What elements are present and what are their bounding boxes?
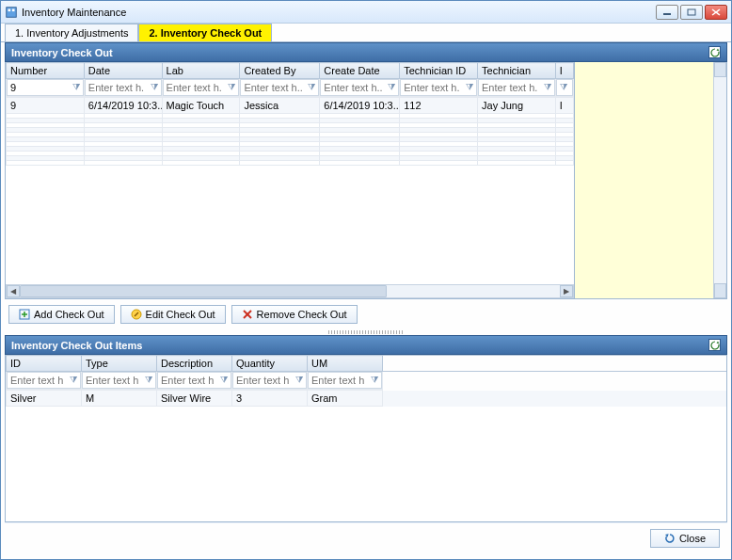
- side-preview-panel: [574, 62, 726, 298]
- svg-rect-4: [688, 9, 695, 15]
- checkout-grid-header: Number Date Lab Created By Create Date T…: [6, 62, 574, 97]
- filter-techid-input[interactable]: [401, 82, 463, 93]
- edit-checkout-label: Edit Check Out: [146, 309, 215, 320]
- items-filter-row: ⧩ ⧩ ⧩ ⧩ ⧩: [7, 372, 727, 390]
- checkout-hscroll[interactable]: ◀ ▶: [6, 284, 574, 298]
- items-row[interactable]: Silver M Silver Wire 3 Gram: [7, 391, 727, 407]
- side-vscroll[interactable]: [713, 62, 726, 298]
- content: Inventory Check Out Number Date Lab Crea…: [1, 42, 731, 559]
- cell-created-by: Jessica: [240, 98, 320, 114]
- filter-number-input[interactable]: [8, 82, 70, 93]
- checkout-button-row: Add Check Out Edit Check Out Remove Chec…: [5, 299, 727, 329]
- cell-type: M: [82, 391, 157, 407]
- filter-um-input[interactable]: [309, 375, 368, 386]
- col-description[interactable]: Description: [157, 356, 232, 372]
- window: Inventory Maintenance 1. Inventory Adjus…: [0, 0, 732, 560]
- items-group-title: Inventory Check Out Items: [11, 340, 142, 351]
- filter-createdby-input[interactable]: [241, 82, 305, 93]
- col-um[interactable]: UM: [308, 356, 383, 372]
- edit-checkout-button[interactable]: Edit Check Out: [120, 305, 226, 324]
- checkout-grid-body: 9 6/14/2019 10:3... Magic Touch Jessica …: [6, 97, 574, 284]
- filter-lab-input[interactable]: [164, 82, 226, 93]
- col-create-date[interactable]: Create Date: [320, 63, 400, 79]
- scroll-thumb[interactable]: [20, 285, 387, 297]
- checkout-upper-pane: Number Date Lab Created By Create Date T…: [5, 62, 727, 299]
- plus-icon: [19, 309, 30, 320]
- add-checkout-button[interactable]: Add Check Out: [8, 305, 115, 324]
- tabs: 1. Inventory Adjustments 2. Inventory Ch…: [1, 24, 731, 42]
- filter-icon[interactable]: ⧩: [557, 82, 570, 93]
- close-button[interactable]: Close: [650, 529, 720, 548]
- tab-inventory-check-out[interactable]: 2. Inventory Check Out: [138, 24, 272, 41]
- col-type[interactable]: Type: [82, 356, 157, 372]
- cell-quantity: 3: [232, 391, 308, 407]
- cell-number: 9: [7, 98, 85, 114]
- refresh-icon[interactable]: [708, 339, 721, 351]
- filter-type-input[interactable]: [83, 375, 142, 386]
- col-quantity[interactable]: Quantity: [232, 356, 308, 372]
- scroll-right-arrow[interactable]: ▶: [560, 285, 573, 297]
- filter-icon[interactable]: ⧩: [142, 375, 155, 386]
- edit-icon: [131, 309, 142, 320]
- maximize-button[interactable]: [680, 5, 703, 20]
- cell-tech-id: 112: [400, 98, 478, 114]
- filter-icon[interactable]: ⧩: [67, 375, 80, 386]
- filter-quantity-input[interactable]: [233, 375, 293, 386]
- checkout-row[interactable]: 9 6/14/2019 10:3... Magic Touch Jessica …: [7, 98, 574, 114]
- filter-icon[interactable]: ⧩: [148, 82, 161, 93]
- add-checkout-label: Add Check Out: [34, 309, 104, 320]
- cell-extra: I: [555, 98, 573, 114]
- close-window-button[interactable]: [705, 5, 727, 20]
- col-id[interactable]: ID: [7, 356, 82, 372]
- cell-description: Silver Wire: [157, 391, 232, 407]
- scroll-left-arrow[interactable]: ◀: [7, 285, 20, 297]
- checkout-filter-row: ⧩ ⧩ ⧩ ⧩ ⧩ ⧩ ⧩ ⧩: [7, 79, 574, 97]
- undo-icon: [664, 533, 676, 544]
- cell-date: 6/14/2019 10:3...: [84, 98, 162, 114]
- filter-icon[interactable]: ⧩: [217, 375, 231, 386]
- svg-rect-1: [8, 8, 11, 11]
- filter-createdate-input[interactable]: [321, 82, 385, 93]
- remove-checkout-label: Remove Check Out: [257, 309, 347, 320]
- cell-lab: Magic Touch: [162, 98, 240, 114]
- window-title: Inventory Maintenance: [22, 7, 656, 18]
- filter-icon[interactable]: ⧩: [293, 375, 306, 386]
- cell-technician: Jay Jung: [478, 98, 556, 114]
- filter-icon[interactable]: ⧩: [225, 82, 238, 93]
- tab-inventory-adjustments[interactable]: 1. Inventory Adjustments: [5, 24, 138, 41]
- filter-icon[interactable]: ⧩: [463, 82, 476, 93]
- close-button-label: Close: [679, 533, 706, 544]
- col-technician[interactable]: Technician: [478, 63, 556, 79]
- filter-icon[interactable]: ⧩: [385, 82, 398, 93]
- filter-icon[interactable]: ⧩: [305, 82, 318, 93]
- footer: Close: [5, 522, 727, 555]
- col-number[interactable]: Number: [7, 63, 85, 79]
- remove-checkout-button[interactable]: Remove Check Out: [231, 305, 358, 324]
- filter-description-input[interactable]: [158, 375, 217, 386]
- filter-icon[interactable]: ⧩: [368, 375, 381, 386]
- cell-id: Silver: [7, 391, 82, 407]
- col-date[interactable]: Date: [84, 63, 162, 79]
- window-buttons: [656, 5, 727, 20]
- filter-icon[interactable]: ⧩: [541, 82, 554, 93]
- cell-create-date: 6/14/2019 10:3...: [320, 98, 400, 114]
- col-extra[interactable]: I: [555, 63, 573, 79]
- app-icon: [5, 6, 18, 19]
- checkout-group-header: Inventory Check Out: [5, 42, 727, 62]
- minimize-button[interactable]: [656, 5, 678, 20]
- checkout-grid: Number Date Lab Created By Create Date T…: [6, 62, 574, 298]
- filter-date-input[interactable]: [86, 82, 148, 93]
- col-technician-id[interactable]: Technician ID: [400, 63, 478, 79]
- refresh-icon[interactable]: [708, 46, 721, 58]
- filter-icon[interactable]: ⧩: [70, 82, 83, 93]
- col-created-by[interactable]: Created By: [240, 63, 320, 79]
- filter-technician-input[interactable]: [479, 82, 541, 93]
- svg-rect-0: [7, 7, 17, 17]
- col-lab[interactable]: Lab: [162, 63, 240, 79]
- cell-um: Gram: [308, 391, 383, 407]
- filter-id-input[interactable]: [8, 375, 67, 386]
- svg-rect-2: [12, 8, 15, 11]
- titlebar: Inventory Maintenance: [1, 1, 731, 24]
- items-group-header: Inventory Check Out Items: [5, 335, 727, 355]
- items-grid-header: ID Type Description Quantity UM ⧩ ⧩ ⧩ ⧩ …: [6, 355, 726, 390]
